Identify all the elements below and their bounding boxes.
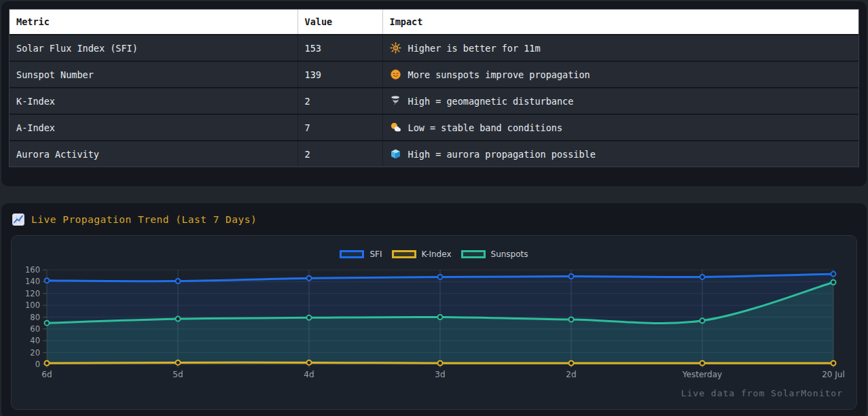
value-cell: 2 (297, 88, 382, 114)
metric-cell: A-Index (10, 114, 297, 141)
sun-icon (390, 42, 401, 54)
value-cell: 7 (297, 114, 382, 141)
svg-text:3d: 3d (435, 370, 445, 379)
value-cell: 2 (297, 141, 382, 167)
value-cell: 153 (297, 35, 382, 61)
table-row-solar-flux-index-sfi: Solar Flux Index (SFI)153 Higher is bett… (10, 35, 858, 61)
column-header-value: Value (297, 10, 382, 35)
value-cell: 139 (297, 61, 382, 88)
impact-text: Higher is better for 11m (408, 43, 541, 54)
legend-swatch-k-index (392, 250, 416, 258)
svg-text:4d: 4d (304, 370, 314, 379)
impact-cell: High = aurora propagation possible (382, 141, 858, 167)
svg-text:100: 100 (25, 300, 40, 310)
legend-swatch-sunspots (461, 250, 486, 258)
legend-item-sfi[interactable]: SFI (340, 249, 382, 259)
svg-text:2d: 2d (566, 370, 576, 379)
impact-text: High = aurora propagation possible (408, 149, 596, 160)
svg-text:160: 160 (25, 265, 40, 275)
trend-line-chart: 0204060801001201401606d5d4d3d2dYesterday… (22, 263, 848, 383)
table-row-aurora-activity: Aurora Activity2 High = aurora propagati… (10, 141, 858, 167)
chart-increasing-icon (12, 213, 24, 226)
table-header-row: MetricValueImpact (10, 10, 858, 35)
impact-text: Low = stable band conditions (408, 122, 563, 133)
impact-text: More sunspots improve propagation (408, 69, 590, 80)
metric-cell: K-Index (10, 88, 297, 114)
table-row-sunspot-number: Sunspot Number139 More sunspots improve … (10, 61, 858, 88)
svg-text:20: 20 (30, 348, 40, 358)
propagation-trend-card: Live Propagation Trend (Last 7 Days) SFI… (1, 203, 867, 416)
svg-text:80: 80 (30, 313, 40, 322)
ice-cube-icon (390, 148, 401, 160)
solar-metrics-card: MetricValueImpact Solar Flux Index (SFI)… (1, 1, 867, 186)
legend-label: SFI (369, 249, 382, 259)
impact-cell: Higher is better for 11m (382, 35, 858, 61)
impact-cell: More sunspots improve propagation (382, 61, 858, 88)
table-row-a-index: A-Index7 Low = stable band conditions (10, 114, 858, 141)
tornado-icon (390, 95, 401, 107)
metric-cell: Solar Flux Index (SFI) (10, 35, 297, 61)
svg-text:120: 120 (25, 289, 40, 298)
sun-with-face-icon (390, 69, 401, 80)
metric-cell: Aurora Activity (10, 141, 297, 167)
trend-title-row: Live Propagation Trend (Last 7 Days) (11, 213, 857, 226)
sun-behind-cloud-icon (390, 122, 401, 133)
metric-cell: Sunspot Number (10, 61, 297, 88)
metrics-table-body: Solar Flux Index (SFI)153 Higher is bett… (10, 35, 858, 167)
legend-label: Sunspots (491, 249, 528, 259)
chart-panel: SFIK-IndexSunspots 020406080100120140160… (11, 235, 857, 410)
section-title: Live Propagation Trend (Last 7 Days) (31, 214, 257, 225)
svg-text:6d: 6d (41, 370, 52, 379)
svg-text:20 Jul: 20 Jul (822, 370, 845, 379)
svg-text:60: 60 (30, 324, 40, 334)
svg-text:5d: 5d (173, 370, 183, 379)
legend-item-sunspots[interactable]: Sunspots (461, 249, 528, 259)
metrics-table: MetricValueImpact Solar Flux Index (SFI)… (10, 10, 858, 167)
legend-item-k-index[interactable]: K-Index (392, 249, 452, 259)
chart-area: 0204060801001201401606d5d4d3d2dYesterday… (22, 263, 846, 383)
table-row-k-index: K-Index2 High = geomagnetic disturbance (10, 88, 858, 114)
chart-attribution: Live data from SolarMonitor (22, 388, 846, 398)
metrics-table-head: MetricValueImpact (10, 10, 858, 35)
impact-text: High = geomagnetic disturbance (408, 96, 574, 107)
legend-swatch-sfi (340, 250, 364, 258)
column-header-impact: Impact (382, 10, 858, 35)
svg-text:Yesterday: Yesterday (682, 370, 722, 379)
svg-text:140: 140 (25, 277, 40, 286)
legend-label: K-Index (422, 249, 452, 259)
impact-cell: High = geomagnetic disturbance (382, 88, 858, 114)
svg-text:40: 40 (30, 336, 40, 345)
chart-legend: SFIK-IndexSunspots (22, 248, 846, 260)
svg-text:0: 0 (35, 360, 40, 369)
impact-cell: Low = stable band conditions (382, 114, 858, 141)
column-header-metric: Metric (10, 10, 297, 35)
